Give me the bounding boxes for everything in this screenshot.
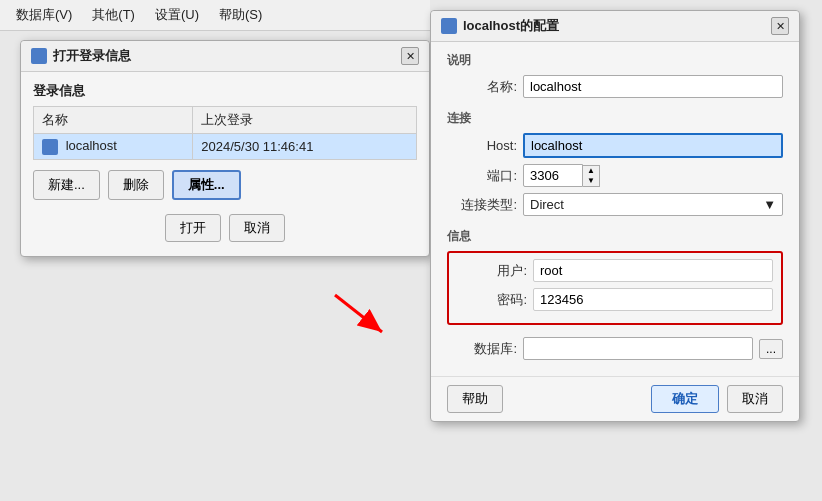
port-group: ▲ ▼ [523,164,600,187]
config-connection-section: 连接 Host: 端口: ▲ ▼ 连接类型: Direct [447,110,783,216]
menu-other[interactable]: 其他(T) [84,4,143,26]
properties-button[interactable]: 属性... [172,170,241,200]
config-host-label: Host: [447,138,517,153]
row-last-login: 2024/5/30 11:46:41 [193,134,417,160]
menu-database[interactable]: 数据库(V) [8,4,80,26]
config-port-label: 端口: [447,167,517,185]
arrow-indicator [330,290,390,343]
config-conn-type-row: 连接类型: Direct ▼ [447,193,783,216]
config-conn-type-select[interactable]: Direct ▼ [523,193,783,216]
config-cancel-button[interactable]: 取消 [727,385,783,413]
config-titlebar: localhost的配置 ✕ [431,11,799,42]
config-connection-label: 连接 [447,110,783,127]
menu-settings[interactable]: 设置(U) [147,4,207,26]
config-footer-right: 确定 取消 [651,385,783,413]
col-name-header: 名称 [34,107,193,134]
port-decrement-button[interactable]: ▼ [583,176,599,186]
table-row[interactable]: localhost 2024/5/30 11:46:41 [34,134,417,160]
config-conn-type-label: 连接类型: [447,196,517,214]
config-password-input[interactable] [533,288,773,311]
port-increment-button[interactable]: ▲ [583,166,599,176]
login-cancel-button[interactable]: 取消 [229,214,285,242]
login-dialog-icon [31,48,47,64]
host-icon [42,139,58,155]
config-footer: 帮助 确定 取消 [431,376,799,421]
config-user-input[interactable] [533,259,773,282]
login-footer-buttons: 打开 取消 [33,208,417,246]
info-highlight-group: 用户: 密码: [447,251,783,325]
config-dialog: localhost的配置 ✕ 说明 名称: 连接 Host: 端口: [430,10,800,422]
login-dialog-title: 打开登录信息 [31,47,131,65]
row-name-text: localhost [66,138,117,153]
config-port-row: 端口: ▲ ▼ [447,164,783,187]
config-host-row: Host: [447,133,783,158]
svg-line-1 [335,295,382,332]
login-dialog-title-text: 打开登录信息 [53,47,131,65]
config-description-label: 说明 [447,52,783,69]
login-table: 名称 上次登录 localhost 2024/5/30 11:46:41 [33,106,417,160]
config-title-text: localhost的配置 [463,17,559,35]
config-icon [441,18,457,34]
config-title: localhost的配置 [441,17,559,35]
new-button[interactable]: 新建... [33,170,100,200]
menu-help[interactable]: 帮助(S) [211,4,270,26]
config-database-row: 数据库: ... [447,337,783,360]
login-section-label: 登录信息 [33,82,417,100]
config-database-input[interactable] [523,337,753,360]
config-info-label: 信息 [447,228,783,245]
login-dialog-close-button[interactable]: ✕ [401,47,419,65]
menubar: 数据库(V) 其他(T) 设置(U) 帮助(S) [0,0,430,31]
config-info-section: 信息 用户: 密码: [447,228,783,325]
database-browse-button[interactable]: ... [759,339,783,359]
config-help-button[interactable]: 帮助 [447,385,503,413]
open-button[interactable]: 打开 [165,214,221,242]
chevron-down-icon: ▼ [763,197,776,212]
login-dialog-titlebar: 打开登录信息 ✕ [21,41,429,72]
config-port-input[interactable] [523,164,583,187]
login-dialog-body: 登录信息 名称 上次登录 localhost 2024/5/30 11:46:4… [21,72,429,256]
row-name: localhost [34,134,193,160]
config-name-row: 名称: [447,75,783,98]
config-ok-button[interactable]: 确定 [651,385,719,413]
config-name-label: 名称: [447,78,517,96]
config-host-input[interactable] [523,133,783,158]
login-dialog: 打开登录信息 ✕ 登录信息 名称 上次登录 localhost 2024/5/3… [20,40,430,257]
config-password-label: 密码: [457,291,527,309]
port-spinner: ▲ ▼ [583,165,600,187]
config-database-label: 数据库: [447,340,517,358]
delete-button[interactable]: 删除 [108,170,164,200]
config-name-input[interactable] [523,75,783,98]
config-body: 说明 名称: 连接 Host: 端口: ▲ ▼ [431,42,799,376]
conn-type-value: Direct [530,197,564,212]
config-password-row: 密码: [457,288,773,311]
config-user-label: 用户: [457,262,527,280]
config-user-row: 用户: [457,259,773,282]
config-description-section: 说明 名称: [447,52,783,98]
col-last-login-header: 上次登录 [193,107,417,134]
config-close-button[interactable]: ✕ [771,17,789,35]
login-action-buttons: 新建... 删除 属性... [33,170,417,200]
